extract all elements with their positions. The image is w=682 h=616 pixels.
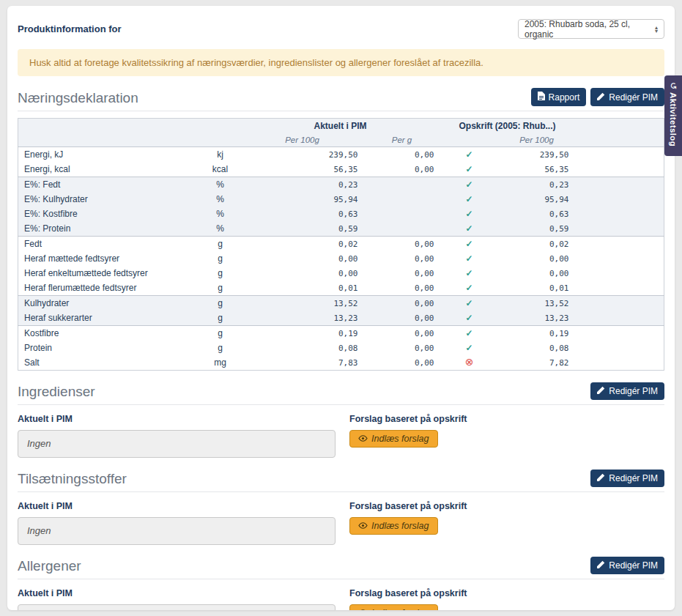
current-per-g-value: 0,00 bbox=[364, 266, 440, 281]
check-icon: ✓ bbox=[465, 239, 472, 249]
match-status: ✓ bbox=[440, 221, 499, 237]
nutrient-label: E%: Protein bbox=[18, 221, 200, 237]
match-status: ✓ bbox=[440, 192, 499, 207]
current-per-g-value bbox=[364, 221, 440, 237]
nutrition-row: Saltmg7,830,00⊗7,82 bbox=[18, 355, 664, 371]
recipe-per-100g-value: 0,01 bbox=[499, 281, 575, 296]
edit-pim-button[interactable]: Redigér PIM bbox=[590, 557, 664, 574]
recipe-per-100g-value: 7,82 bbox=[499, 355, 575, 371]
nutrient-unit: mg bbox=[200, 355, 241, 371]
current-per-g-value bbox=[364, 192, 440, 207]
product-select[interactable]: 2005: Rhubarb soda, 25 cl, organic ▴▾ bbox=[518, 19, 664, 39]
match-status: ✓ bbox=[440, 266, 499, 281]
nutrition-row: E%: Kulhydrater%95,94✓95,94 bbox=[18, 192, 664, 207]
nutrient-label: Kostfibre bbox=[18, 326, 200, 341]
row-spacer bbox=[575, 266, 664, 281]
recipe-per-100g-value: 0,00 bbox=[499, 251, 575, 266]
edit-pencil-icon bbox=[597, 560, 605, 571]
current-per-100g-value: 0,00 bbox=[241, 266, 364, 281]
current-per-g-value: 0,00 bbox=[364, 251, 440, 266]
current-value-box: Ingen bbox=[18, 517, 336, 545]
row-spacer bbox=[575, 147, 664, 163]
recipe-per-100g-value: 95,94 bbox=[499, 192, 575, 207]
recipe-per-100g-value: 0,00 bbox=[499, 266, 575, 281]
current-value-box: Ingen bbox=[18, 430, 336, 458]
nutrition-row: Heraf enkeltumættede fedtsyrerg0,000,00✓… bbox=[18, 266, 664, 281]
edit-pim-button[interactable]: Redigér PIM bbox=[590, 382, 664, 400]
nutrient-unit: g bbox=[200, 326, 241, 341]
eye-icon bbox=[358, 434, 368, 444]
nutrient-unit: % bbox=[200, 192, 241, 207]
report-button[interactable]: Rapport bbox=[531, 88, 587, 106]
check-icon: ✓ bbox=[465, 253, 472, 264]
nutrient-unit: g bbox=[200, 296, 241, 311]
current-per-g-value: 0,00 bbox=[364, 162, 440, 177]
match-status: ✓ bbox=[440, 147, 499, 163]
current-per-100g-value: 0,23 bbox=[241, 177, 364, 193]
nutrition-row: Proteing0,080,00✓0,08 bbox=[18, 341, 664, 355]
current-per-g-value: 0,00 bbox=[364, 355, 440, 371]
page-title: Produktinformation for bbox=[18, 23, 122, 34]
check-icon: ✓ bbox=[465, 283, 472, 293]
recipe-per-100g-value: 0,63 bbox=[499, 207, 575, 221]
current-value: Ingen bbox=[27, 525, 51, 536]
nutrition-heading: Næringsdeklaration bbox=[18, 90, 138, 106]
row-spacer bbox=[575, 251, 664, 266]
recipe-per-100g-value: 0,02 bbox=[499, 237, 575, 252]
match-status: ✓ bbox=[440, 177, 499, 193]
column-group-current: Aktuelt i PIM bbox=[241, 119, 440, 134]
activity-log-tab[interactable]: ↺ Aktivitetslog bbox=[664, 75, 682, 156]
check-icon: ✓ bbox=[465, 149, 472, 160]
edit-pencil-icon bbox=[597, 92, 605, 103]
eye-icon bbox=[358, 521, 368, 531]
mismatch-icon: ⊗ bbox=[465, 356, 474, 368]
pim-section: Tilsætningsstoffer Redigér PIM Aktuelt i… bbox=[18, 470, 664, 545]
match-status: ✓ bbox=[440, 326, 499, 341]
row-spacer bbox=[575, 237, 664, 252]
nutrition-row: Fedtg0,020,00✓0,02 bbox=[18, 237, 664, 252]
nutrition-table-body: Energi, kJkj239,500,00✓239,50Energi, kca… bbox=[18, 147, 664, 371]
current-label: Aktuelt i PIM bbox=[18, 501, 336, 511]
recipe-per-100g-value: 0,23 bbox=[499, 177, 575, 193]
nutrient-label: Heraf enkeltumættede fedtsyrer bbox=[18, 266, 200, 281]
match-status: ✓ bbox=[440, 251, 499, 266]
recipe-per-100g-value: 0,59 bbox=[499, 221, 575, 237]
load-suggestion-button[interactable]: Indlæs forslag bbox=[349, 430, 438, 448]
current-per-100g-value: 0,63 bbox=[241, 207, 364, 221]
nutrient-label: Fedt bbox=[18, 237, 200, 252]
match-status: ✓ bbox=[440, 296, 499, 311]
nutrient-label: E%: Fedt bbox=[18, 177, 200, 193]
quality-warning-banner: Husk altid at foretage kvalitetssikring … bbox=[18, 49, 664, 76]
nutrient-unit: % bbox=[200, 177, 241, 193]
recipe-per-100g-value: 239,50 bbox=[499, 147, 575, 163]
nutrient-label: Kulhydrater bbox=[18, 296, 200, 311]
nutrient-label: E%: Kostfibre bbox=[18, 207, 200, 221]
eye-icon bbox=[358, 608, 368, 610]
suggestion-label: Forslag baseret på opskrift bbox=[349, 501, 664, 511]
history-icon: ↺ bbox=[668, 82, 678, 89]
check-icon: ✓ bbox=[465, 343, 472, 353]
load-suggestion-button[interactable]: Indlæs forslag bbox=[349, 517, 438, 535]
load-suggestion-button[interactable]: Indlæs forslag bbox=[349, 604, 438, 610]
current-per-g-value: 0,00 bbox=[364, 341, 440, 355]
recipe-per-100g-value: 13,52 bbox=[499, 296, 575, 311]
edit-pim-button[interactable]: Redigér PIM bbox=[590, 470, 664, 487]
row-spacer bbox=[575, 326, 664, 341]
edit-pim-nutrition-button[interactable]: Redigér PIM bbox=[590, 88, 664, 106]
edit-pencil-icon bbox=[597, 473, 605, 483]
nutrition-row: Heraf sukkerarterg13,230,00✓13,23 bbox=[18, 311, 664, 326]
current-per-g-value: 0,00 bbox=[364, 147, 440, 163]
column-current-per-g: Per g bbox=[364, 133, 440, 147]
nutrient-unit: g bbox=[200, 311, 241, 326]
pim-sections: Ingredienser Redigér PIM Aktuelt i PIM I… bbox=[18, 382, 664, 610]
nutrition-section-head: Næringsdeklaration Rapport Redigér PIM bbox=[18, 88, 664, 111]
check-icon: ✓ bbox=[465, 209, 472, 219]
nutrient-label: Heraf sukkerarter bbox=[18, 311, 200, 326]
current-value-box: Ingen bbox=[18, 604, 336, 610]
page-header: Produktinformation for 2005: Rhubarb sod… bbox=[18, 19, 664, 39]
current-label: Aktuelt i PIM bbox=[18, 414, 336, 424]
pim-section: Ingredienser Redigér PIM Aktuelt i PIM I… bbox=[18, 382, 664, 458]
nutrient-label: Energi, kcal bbox=[18, 162, 200, 177]
current-per-100g-value: 0,02 bbox=[241, 237, 364, 252]
nutrient-label: Heraf flerumættede fedtsyrer bbox=[18, 281, 200, 296]
